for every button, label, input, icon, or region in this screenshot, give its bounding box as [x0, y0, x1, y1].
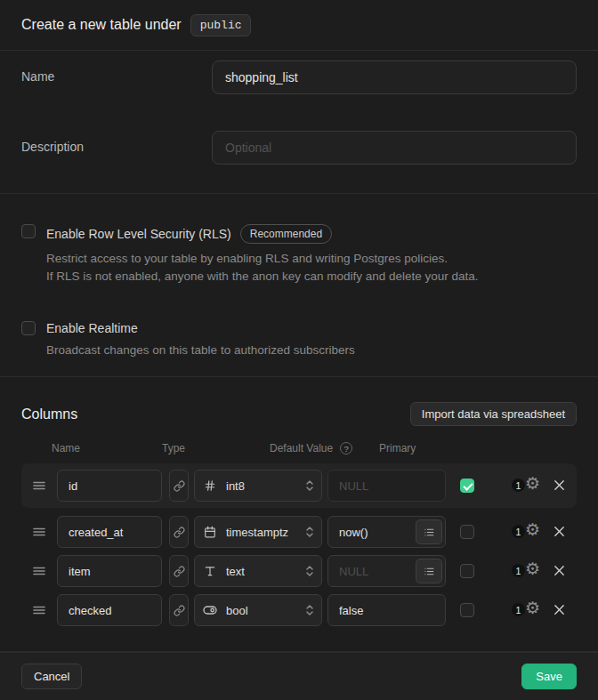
column-grid-headers: Name Type Default Value ? Primary	[21, 442, 577, 456]
default-suggestions-icon[interactable]	[416, 519, 442, 544]
foreign-key-link-icon[interactable]	[169, 470, 189, 502]
save-button[interactable]: Save	[521, 664, 577, 689]
foreign-key-link-icon[interactable]	[169, 555, 189, 587]
remove-column-icon[interactable]	[553, 525, 567, 539]
header-type: Type	[162, 442, 185, 455]
table-name-input[interactable]	[212, 60, 577, 94]
gear-icon: ⚙	[525, 475, 540, 493]
column-type-select[interactable]: bool	[194, 594, 322, 626]
drag-handle-icon[interactable]	[32, 525, 46, 539]
rls-checkbox[interactable]	[21, 224, 36, 238]
column-type-select[interactable]: timestamptz	[194, 516, 322, 548]
realtime-body: Enable Realtime Broadcast changes on thi…	[46, 321, 355, 359]
column-type-select[interactable]: text	[194, 555, 322, 587]
column-default-field	[327, 516, 446, 548]
chevron-updown-icon	[305, 479, 314, 493]
realtime-toggle-block: Enable Realtime Broadcast changes on thi…	[21, 321, 577, 359]
table-row: int8 1 ⚙	[21, 463, 577, 508]
gear-icon: ⚙	[525, 599, 540, 617]
primary-checkbox[interactable]	[460, 564, 474, 578]
default-suggestions-icon[interactable]	[416, 559, 442, 583]
gear-icon: ⚙	[525, 521, 540, 539]
remove-column-icon[interactable]	[553, 564, 567, 578]
column-type-select[interactable]: int8	[194, 470, 322, 502]
description-form-row: Description	[21, 131, 577, 165]
rls-description: Restrict access to your table by enablin…	[46, 250, 479, 286]
recommended-badge: Recommended	[240, 224, 332, 244]
settings-count-badge: 1	[512, 479, 525, 492]
header-default-value: Default Value ?	[270, 442, 352, 455]
table-row: text 1 ⚙	[21, 555, 577, 587]
column-default-field	[327, 594, 446, 626]
modal-header: Create a new table under public	[0, 0, 598, 51]
primary-checkbox[interactable]	[460, 603, 474, 617]
form-section: Name Description	[0, 51, 598, 194]
columns-title: Columns	[21, 406, 77, 422]
settings-count-badge: 1	[512, 603, 525, 616]
calendar-icon	[202, 526, 218, 538]
modal-footer: Cancel Save	[0, 652, 598, 700]
settings-count-badge: 1	[512, 564, 525, 577]
chevron-updown-icon	[305, 603, 314, 617]
description-label: Description	[21, 131, 212, 154]
column-name-input[interactable]	[57, 470, 162, 502]
column-name-input[interactable]	[57, 594, 162, 626]
name-form-row: Name	[21, 60, 577, 94]
help-icon[interactable]: ?	[340, 442, 352, 455]
foreign-key-link-icon[interactable]	[169, 516, 189, 548]
column-settings-button[interactable]: 1 ⚙	[512, 601, 540, 619]
rls-body: Enable Row Level Security (RLS) Recommen…	[46, 224, 479, 286]
cancel-button[interactable]: Cancel	[21, 664, 82, 689]
schema-badge: public	[190, 14, 252, 36]
foreign-key-link-icon[interactable]	[169, 594, 189, 626]
settings-count-badge: 1	[512, 525, 525, 538]
column-default-field	[327, 470, 446, 502]
drag-handle-icon[interactable]	[32, 479, 46, 493]
rls-toggle-block: Enable Row Level Security (RLS) Recommen…	[21, 224, 577, 286]
header-primary: Primary	[379, 442, 416, 455]
table-row: timestamptz 1 ⚙	[21, 516, 577, 548]
remove-column-icon[interactable]	[553, 603, 567, 617]
rls-label: Enable Row Level Security (RLS)	[46, 227, 231, 241]
hash-icon	[202, 479, 218, 492]
realtime-description: Broadcast changes on this table to autho…	[46, 342, 355, 359]
column-name-input[interactable]	[57, 555, 162, 587]
columns-section: Columns Import data via spreadsheet Name…	[0, 377, 598, 652]
header-name: Name	[52, 442, 80, 455]
table-row: bool 1 ⚙	[21, 594, 577, 626]
column-default-input[interactable]	[327, 470, 446, 502]
drag-handle-icon[interactable]	[32, 564, 46, 578]
realtime-label: Enable Realtime	[46, 321, 138, 335]
text-icon	[202, 565, 218, 577]
realtime-checkbox[interactable]	[21, 321, 36, 335]
column-default-input[interactable]	[327, 594, 446, 626]
drag-handle-icon[interactable]	[32, 603, 46, 617]
table-description-input[interactable]	[212, 131, 577, 165]
toggle-icon	[202, 605, 218, 616]
column-settings-button[interactable]: 1 ⚙	[512, 562, 540, 580]
chevron-updown-icon	[305, 564, 314, 578]
name-label: Name	[21, 60, 212, 84]
create-table-modal: Create a new table under public Name Des…	[0, 0, 598, 700]
primary-checkbox[interactable]	[460, 479, 474, 493]
modal-title: Create a new table under	[21, 17, 182, 33]
column-default-field	[327, 555, 446, 587]
primary-checkbox[interactable]	[460, 525, 474, 539]
column-name-input[interactable]	[57, 516, 162, 548]
column-settings-button[interactable]: 1 ⚙	[512, 477, 540, 495]
column-rows: int8 1 ⚙ timestamptz	[21, 463, 577, 626]
remove-column-icon[interactable]	[553, 479, 567, 493]
toggles-section: Enable Row Level Security (RLS) Recommen…	[0, 194, 598, 377]
import-spreadsheet-button[interactable]: Import data via spreadsheet	[410, 402, 577, 426]
column-settings-button[interactable]: 1 ⚙	[512, 523, 540, 541]
gear-icon: ⚙	[525, 560, 540, 578]
chevron-updown-icon	[305, 525, 314, 539]
